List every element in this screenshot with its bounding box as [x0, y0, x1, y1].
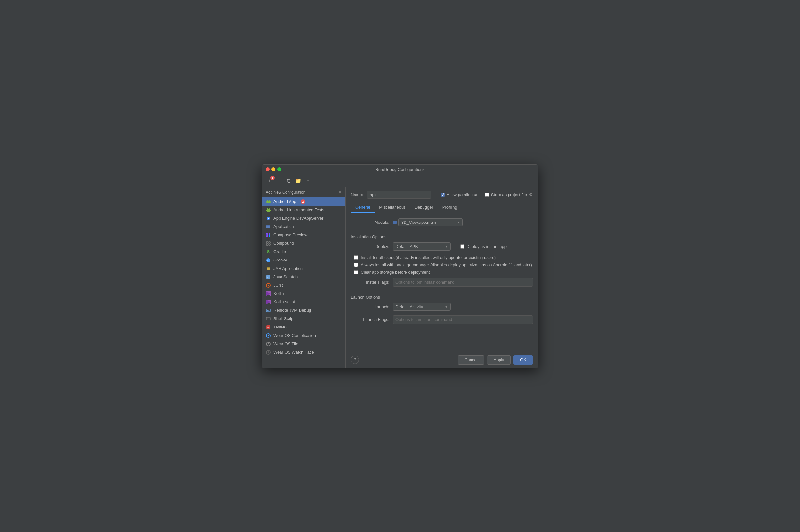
apply-button[interactable]: Apply: [487, 355, 511, 364]
store-project-label[interactable]: Store as project file ⚙: [485, 192, 533, 197]
sidebar-header-label: Add New Configuration: [266, 190, 305, 194]
sort-button[interactable]: ↕: [304, 177, 312, 185]
help-button[interactable]: ?: [351, 356, 359, 364]
launch-label: Launch:: [351, 304, 389, 309]
deploy-instant-checkbox[interactable]: [460, 244, 464, 249]
tab-debugger[interactable]: Debugger: [410, 202, 438, 213]
sidebar-item-label-gradle: Gradle: [273, 249, 286, 254]
filter-icon[interactable]: ≡: [339, 190, 341, 194]
sidebar-item-groovy[interactable]: GGroovy: [262, 256, 345, 264]
deploy-instant-label[interactable]: Deploy as instant app: [460, 244, 507, 249]
compose-preview-icon: [266, 232, 271, 238]
sidebar-item-android-instrumented[interactable]: Android Instrumented Tests: [262, 206, 345, 214]
sidebar-item-gradle[interactable]: Gradle: [262, 248, 345, 256]
folder-icon: 📁: [295, 178, 302, 184]
launch-flags-input[interactable]: [393, 315, 533, 324]
sidebar-item-kotlin-script[interactable]: Kotlin script: [262, 298, 345, 306]
window-controls: [266, 168, 281, 171]
module-select[interactable]: 3D_View.app.main: [398, 218, 463, 226]
allow-parallel-label[interactable]: Allow parallel run: [441, 192, 479, 197]
minimize-button[interactable]: [271, 168, 275, 171]
svg-rect-14: [266, 233, 268, 235]
cancel-button[interactable]: Cancel: [458, 355, 484, 364]
sidebar-item-wear-complication[interactable]: Wear OS Complication: [262, 331, 345, 340]
footer: ? Cancel Apply OK: [346, 352, 538, 368]
sidebar-item-kotlin[interactable]: Kotlin: [262, 289, 345, 298]
wear-complication-icon: [266, 333, 271, 338]
sidebar-item-label-remote-jvm: Remote JVM Debug: [273, 308, 311, 313]
add-config-button[interactable]: + 1: [265, 177, 273, 185]
sidebar-item-wear-watchface[interactable]: Wear OS Watch Face: [262, 348, 345, 357]
copy-config-button[interactable]: ⧉: [284, 177, 293, 185]
appengine-icon: [266, 216, 271, 221]
sidebar-item-remote-jvm[interactable]: Remote JVM Debug: [262, 306, 345, 315]
android-app-badge: 2: [301, 200, 305, 204]
sidebar-item-application[interactable]: Application: [262, 223, 345, 231]
sidebar-item-android-app[interactable]: Android App2: [262, 197, 345, 206]
sidebar-item-label-kotlin: Kotlin: [273, 291, 284, 296]
tab-general[interactable]: General: [351, 202, 375, 213]
sidebar-item-compound[interactable]: Compound: [262, 239, 345, 248]
sidebar-item-jar-application[interactable]: JAR Application: [262, 264, 345, 273]
launch-flags-label: Launch Flags:: [351, 317, 389, 322]
sidebar-item-shell-script[interactable]: >_Shell Script: [262, 315, 345, 323]
folder-button[interactable]: 📁: [294, 177, 302, 185]
java-scratch-icon: J: [266, 274, 271, 280]
sidebar-item-label-application: Application: [273, 224, 294, 229]
tabs-bar: General Miscellaneous Debugger Profiling: [346, 202, 538, 213]
install-all-users-row: Install for all users (if already instal…: [351, 255, 533, 260]
copy-icon: ⧉: [287, 178, 290, 184]
deploy-label: Deploy:: [351, 244, 389, 249]
junit-icon: [266, 283, 271, 288]
deploy-row: Deploy: Default APK APK from app bundle …: [351, 243, 533, 250]
svg-rect-3: [266, 201, 267, 203]
sidebar-item-label-testng: TestNG: [273, 325, 287, 329]
titlebar: Run/Debug Configurations: [262, 165, 538, 175]
svg-marker-30: [268, 284, 269, 286]
deploy-select-wrapper: Default APK APK from app bundle Nothing …: [393, 243, 451, 250]
remove-config-button[interactable]: −: [275, 177, 283, 185]
tab-profiling[interactable]: Profiling: [438, 202, 462, 213]
gear-icon[interactable]: ⚙: [529, 192, 533, 197]
sidebar-item-junit[interactable]: JUnit: [262, 281, 345, 289]
store-project-checkbox[interactable]: [485, 193, 489, 197]
toolbar: + 1 − ⧉ 📁 ↕: [262, 175, 538, 187]
sidebar-item-label-kotlin-script: Kotlin script: [273, 300, 295, 304]
sidebar-item-compose-preview[interactable]: Compose Preview: [262, 231, 345, 239]
sidebar-item-label-wear-tile: Wear OS Tile: [273, 341, 298, 346]
sidebar-item-wear-tile[interactable]: Wear OS Tile: [262, 340, 345, 348]
installation-section-title: Installation Options: [351, 234, 533, 239]
sidebar-item-java-scratch[interactable]: JJava Scratch: [262, 273, 345, 281]
sidebar-item-testng[interactable]: NGTestNG: [262, 323, 345, 331]
svg-text:J: J: [267, 276, 268, 279]
deploy-select[interactable]: Default APK APK from app bundle Nothing: [393, 243, 451, 250]
jar-application-icon: [266, 266, 271, 271]
application-icon: [266, 224, 271, 229]
install-all-users-checkbox[interactable]: [354, 255, 358, 260]
name-input[interactable]: [367, 191, 431, 199]
svg-point-7: [269, 208, 270, 209]
module-label: Module:: [351, 220, 389, 225]
shell-script-icon: >_: [266, 316, 271, 321]
svg-point-6: [267, 208, 268, 209]
sidebar-header: Add New Configuration ≡: [262, 187, 345, 197]
tab-miscellaneous[interactable]: Miscellaneous: [375, 202, 410, 213]
main-window: Run/Debug Configurations + 1 − ⧉ 📁 ↕ Add…: [262, 164, 538, 368]
maximize-button[interactable]: [277, 168, 281, 171]
module-select-wrapper: 3D_View.app.main ▼: [393, 218, 463, 226]
launch-select-wrapper: Default Activity Specified Activity Noth…: [393, 303, 451, 311]
launch-select[interactable]: Default Activity Specified Activity Noth…: [393, 303, 451, 311]
sidebar-item-appengine[interactable]: App Engine DevAppServer: [262, 214, 345, 223]
launch-section-title: Launch Options: [351, 294, 533, 300]
clear-storage-checkbox[interactable]: [354, 270, 358, 274]
sidebar: Add New Configuration ≡ Android App2Andr…: [262, 187, 346, 368]
always-install-checkbox[interactable]: [354, 263, 358, 267]
footer-left: ?: [351, 356, 359, 364]
install-flags-input[interactable]: [393, 278, 533, 287]
name-row: Name: Allow parallel run Store as projec…: [346, 187, 538, 202]
sidebar-item-label-java-scratch: Java Scratch: [273, 274, 298, 279]
close-button[interactable]: [266, 168, 270, 171]
ok-button[interactable]: OK: [513, 355, 533, 364]
allow-parallel-checkbox[interactable]: [441, 193, 445, 197]
content-area: Add New Configuration ≡ Android App2Andr…: [262, 187, 538, 368]
